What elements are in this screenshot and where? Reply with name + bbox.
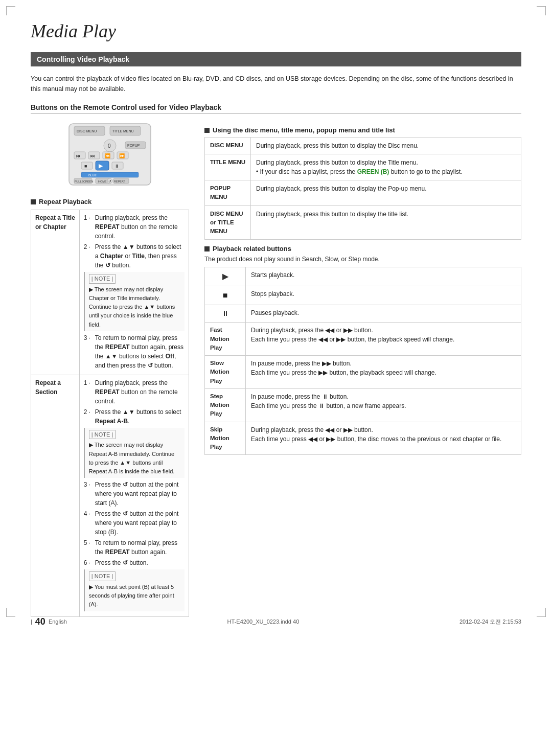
step-list: 1 · During playback, press the REPEAT bu… [84,213,185,270]
playback-desc: Starts playback. [246,267,521,286]
table-row: Skip MotionPlay During playback, press t… [205,422,521,455]
list-item: 1 · During playback, press the REPEAT bu… [84,213,185,241]
page-footer: | 40 English HT-E4200_XU_0223.indd 40 20… [0,616,552,627]
table-row: Step MotionPlay In pause mode, press the… [205,388,521,422]
menu-key: DISC MENU [205,138,251,154]
playback-desc: In pause mode, press the ▶▶ button.Each … [246,356,521,389]
step-num: 3 · [84,333,93,370]
note-text: ▶ The screen may not display Chapter or … [89,286,175,328]
step-text: Press the ▲▼ buttons to select Repeat A-… [95,407,185,426]
note-label: | NOTE | [89,430,116,440]
playback-icon: ⏸ [205,305,246,323]
note-text: ▶ You must set point (B) at least 5 seco… [89,584,174,608]
svg-text:↺: ↺ [108,179,111,183]
intro-text: You can control the playback of video fi… [31,74,521,94]
playback-desc: During playback, press the ◀◀ or ▶▶ butt… [246,323,521,356]
svg-text:⏪: ⏪ [105,153,111,159]
svg-text:■: ■ [84,164,87,169]
row-content: 1 · During playback, press the REPEAT bu… [79,210,189,375]
disc-menu-section-title: Using the disc menu, title menu, popup m… [204,126,521,134]
playback-desc: Stops playback. [246,286,521,305]
step-text: During playback, press the REPEAT button… [95,378,185,406]
list-item: 1 · During playback, press the REPEAT bu… [84,378,185,406]
page-title: Media Play [31,20,521,42]
step-list-extra: 3 · To return to normal play, press the … [84,333,185,370]
step-text: Press the ↺ button at the point where yo… [95,509,185,537]
playback-key: Skip MotionPlay [205,422,246,455]
step-num: 5 · [84,538,93,557]
table-row: Repeat aSection 1 · During playback, pre… [31,375,189,616]
table-row: Repeat a Titleor Chapter 1 · During play… [31,210,189,375]
table-row: Slow MotionPlay In pause mode, press the… [205,356,521,389]
bullet-icon [31,199,36,204]
svg-text:⏮: ⏮ [76,153,81,158]
step-num: 2 · [84,407,93,426]
step-text: To return to normal play, press the REPE… [95,538,185,557]
repeat-playback-header: Repeat Playback [31,198,189,205]
page-num: 40 [35,616,45,627]
playback-key: Slow MotionPlay [205,356,246,389]
step-text: To return to normal play, press the REPE… [95,333,185,370]
playback-intro: The product does not play sound in Searc… [204,256,521,263]
menu-value: During playback, press this button to di… [251,154,521,180]
table-row: ■ Stops playback. [205,286,521,305]
table-row: ▶ Starts playback. [205,267,521,286]
menu-value: During playback, press this button to di… [251,205,521,240]
table-row: TITLE MENU During playback, press this b… [205,154,521,180]
playback-desc: During playback, press the ◀◀ or ▶▶ butt… [246,422,521,455]
step-list: 1 · During playback, press the REPEAT bu… [84,378,185,426]
page-number: | 40 English [31,616,67,627]
left-column: DISC MENU TITLE MENU 0 POPUP ⏮ ⏭ ⏪ [31,121,189,617]
playback-icon: ▶ [205,267,246,286]
page-lang: English [49,618,67,625]
bullet-icon [204,128,210,133]
step-text: Press the ↺ button at the point where yo… [95,480,185,508]
svg-text:POPUP: POPUP [127,144,140,147]
list-item: 2 · Press the ▲▼ buttons to select a Cha… [84,242,185,270]
playback-desc: In pause mode, press the ⏸ button.Each t… [246,388,521,422]
corner-br [537,608,546,617]
repeat-table: Repeat a Titleor Chapter 1 · During play… [31,210,189,617]
svg-text:BLUE: BLUE [88,174,97,177]
playback-table: ▶ Starts playback. ■ Stops playback. ⏸ P… [204,267,521,455]
note-text: ▶ The screen may not display Repeat A-B … [89,442,175,474]
table-row: Fast MotionPlay During playback, press t… [205,323,521,356]
subsection-title: Buttons on the Remote Control used for V… [31,103,521,114]
playback-desc: Pauses playback. [246,305,521,323]
date-info: 2012-02-24 오전 2:15:53 [459,618,521,626]
corner-bl [6,608,15,617]
note-block: | NOTE | ▶ The screen may not display Ch… [84,272,185,331]
menu-value: During playback, press this button to di… [251,180,521,206]
step-num: 6 · [84,558,93,567]
menu-key: TITLE MENU [205,154,251,180]
page: Media Play Controlling Video Playback Yo… [0,0,552,637]
step-num: 3 · [84,480,93,508]
two-col-layout: DISC MENU TITLE MENU 0 POPUP ⏮ ⏭ ⏪ [31,121,521,617]
svg-text:⏸: ⏸ [114,164,119,169]
step-text: During playback, press the REPEAT button… [95,213,185,241]
playback-section-title: Playback related buttons [204,245,521,253]
menu-key: POPUP MENU [205,180,251,206]
file-info: HT-E4200_XU_0223.indd 40 [227,618,300,625]
table-row: ⏸ Pauses playback. [205,305,521,323]
step-num: 1 · [84,378,93,406]
row-label: Repeat aSection [31,375,80,616]
step-num: 2 · [84,242,93,270]
corner-tl [6,6,15,15]
svg-text:DISC MENU: DISC MENU [77,129,97,133]
note-label: | NOTE | [89,571,116,581]
bullet-icon [204,246,210,251]
svg-text:HOME: HOME [98,180,107,183]
svg-text:FULLSCREEN: FULLSCREEN [75,180,93,183]
row-label: Repeat a Titleor Chapter [31,210,80,375]
playback-key: Step MotionPlay [205,388,246,422]
green-label: GREEN (B) [357,168,389,175]
svg-text:▶: ▶ [99,163,103,169]
remote-svg: DISC MENU TITLE MENU 0 POPUP ⏮ ⏭ ⏪ [59,121,161,188]
table-row: POPUP MENU During playback, press this b… [205,180,521,206]
list-item: 6 · Press the ↺ button. [84,558,185,567]
step-num: 1 · [84,213,93,241]
disc-menu-table: DISC MENU During playback, press this bu… [204,137,521,240]
menu-key: DISC MENU or TITLE MENU [205,205,251,240]
playback-icon: ■ [205,286,246,305]
